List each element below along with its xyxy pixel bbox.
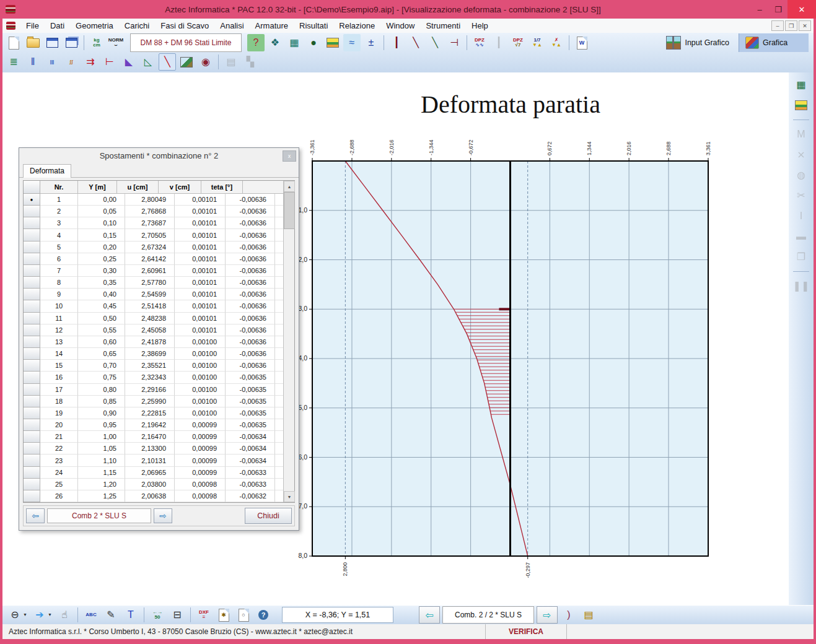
menu-geometria[interactable]: Geometria [70, 20, 119, 32]
menu-risultati[interactable]: Risultati [294, 20, 333, 32]
load-diagram-icon[interactable]: ⇉ [82, 53, 99, 71]
deformata-icon[interactable]: ╲ [159, 53, 176, 71]
font-icon[interactable]: ABC [82, 606, 100, 624]
sheet-pile-icon[interactable]: ||| [43, 53, 61, 71]
row-selector[interactable] [24, 265, 40, 277]
table-row[interactable]: 241,152,069650,00099-0,00633 [24, 467, 294, 479]
row-selector[interactable] [24, 336, 40, 348]
brush-icon[interactable]: ✎ [102, 606, 120, 624]
ibeam-icon[interactable]: ‖ [24, 53, 42, 71]
table-row[interactable]: 120,552,450580,00101-0,00636 [24, 324, 294, 336]
soil-layers-icon[interactable] [324, 34, 341, 51]
row-selector[interactable] [24, 217, 40, 229]
table-row[interactable]: 110,502,482380,00101-0,00636 [24, 313, 294, 324]
window-cascade-icon[interactable] [63, 34, 80, 51]
phases-icon[interactable]: ❖ [266, 34, 284, 51]
water-table-icon[interactable]: ≈ [343, 34, 361, 51]
dialog-title-bar[interactable]: Spostamenti * combinazione n° 2 x [19, 148, 299, 163]
row-selector[interactable] [24, 490, 40, 502]
table-row[interactable]: 211,002,164700,00099-0,00634 [24, 431, 294, 443]
row-selector[interactable] [24, 455, 40, 466]
table-scrollbar[interactable]: ▲ ▼ [283, 181, 294, 502]
pile-tieback-icon[interactable]: ╲ [407, 34, 424, 51]
print-preview-icon[interactable]: ○ [235, 606, 252, 624]
table-row[interactable]: 170,802,291660,00100-0,00635 [24, 384, 294, 396]
table-row[interactable]: 100,452,514180,00101-0,00636 [24, 300, 294, 312]
new-document-icon[interactable] [5, 34, 22, 51]
window-icon[interactable] [43, 34, 61, 51]
mdi-minimize-button[interactable]: – [771, 20, 784, 31]
combination-combo-bottom[interactable]: Comb. 2 / 2 * SLU S [442, 606, 534, 624]
menu-carichi[interactable]: Carichi [119, 20, 155, 32]
menu-analisi[interactable]: Analisi [214, 20, 249, 32]
prev-combination-button-bottom[interactable]: ⇦ [419, 606, 440, 624]
menu-window[interactable]: Window [380, 20, 420, 32]
result-table-icon[interactable]: ▦ [792, 76, 810, 94]
table-row[interactable]: 150,702,355210,00100-0,00636 [24, 360, 294, 372]
table-row[interactable]: 70,302,609610,00101-0,00636 [24, 265, 294, 277]
row-selector[interactable] [24, 396, 40, 407]
table-row[interactable]: 190,902,228150,00100-0,00635 [24, 407, 294, 419]
row-selector[interactable] [24, 360, 40, 372]
hand-icon[interactable]: ☝ [56, 606, 73, 624]
anchor-section-icon[interactable]: ⊢ [101, 53, 118, 71]
word-report-icon[interactable]: W [573, 34, 590, 51]
table-row[interactable]: 40,152,705050,00101-0,00636 [24, 229, 294, 241]
moment-diagram-icon[interactable]: ◣ [120, 53, 138, 71]
shear-diagram-icon[interactable]: ◺ [139, 53, 157, 71]
row-selector[interactable] [24, 324, 40, 336]
wall-query-icon[interactable]: ? [247, 34, 265, 51]
help-icon[interactable]: ? [255, 606, 272, 624]
table-row[interactable]: 130,602,418780,00100-0,00636 [24, 336, 294, 348]
norm-book-icon[interactable]: NORM⌣ [107, 34, 125, 51]
wall-dimensions-icon[interactable]: ≣ [5, 53, 22, 71]
dialog-close-icon[interactable]: x [283, 150, 296, 162]
pile-tieback-soil-icon[interactable]: ╲ [426, 34, 444, 51]
prev-combination-button[interactable]: ⇦ [26, 508, 45, 523]
tab-deformata[interactable]: Deformata [23, 164, 71, 178]
row-selector[interactable] [24, 206, 40, 217]
row-selector[interactable] [24, 242, 40, 253]
maximize-button[interactable]: ❒ [769, 2, 787, 16]
row-selector[interactable] [24, 348, 40, 360]
row-selector[interactable] [24, 419, 40, 431]
row-selector[interactable] [24, 443, 40, 455]
anchors-icon[interactable]: ʃʃ [63, 53, 80, 71]
soil-sphere-icon[interactable]: ● [305, 34, 322, 51]
table-row[interactable]: 80,352,577800,00101-0,00636 [24, 277, 294, 289]
table-row[interactable]: 60,252,641420,00101-0,00636 [24, 253, 294, 265]
table-row[interactable]: 160,752,323430,00100-0,00635 [24, 372, 294, 383]
dropdown-caret-icon[interactable]: ▼ [23, 612, 27, 617]
norm-selector[interactable]: DM 88 + DM 96 Stati Limite [130, 33, 242, 52]
table-row[interactable]: 50,202,673240,00101-0,00636 [24, 242, 294, 253]
row-selector[interactable] [24, 289, 40, 300]
table-row[interactable]: 30,102,736870,00101-0,00636 [24, 217, 294, 229]
menu-armature[interactable]: Armature [250, 20, 294, 32]
dxf-export-icon[interactable]: DXF≡ [195, 606, 213, 624]
row-selector[interactable] [24, 384, 40, 396]
brick-wall-icon[interactable]: ▦ [286, 34, 303, 51]
row-selector[interactable] [24, 300, 40, 312]
zoom-out-icon[interactable]: ⊖▼ [6, 606, 24, 624]
combination-combo[interactable]: Comb 2 * SLU S [47, 508, 151, 523]
menu-dati[interactable]: Dati [45, 20, 70, 32]
mdi-close-button[interactable]: ✕ [799, 20, 811, 31]
table-row[interactable]: 200,952,196420,00099-0,00635 [24, 419, 294, 431]
scroll-up-icon[interactable]: ▲ [284, 181, 295, 192]
input-grafico-button[interactable]: Input Grafico [660, 33, 735, 52]
pan-arrow-icon[interactable]: ➔▼ [31, 606, 48, 624]
table-row[interactable]: 221,052,133000,00099-0,00634 [24, 443, 294, 455]
pile-section-icon[interactable]: ◉ [197, 53, 214, 71]
ruler-icon[interactable]: ⊟ [169, 606, 186, 624]
menu-relazione[interactable]: Relazione [333, 20, 380, 32]
hourglass-x-icon[interactable]: ✗▼▲ [548, 34, 565, 51]
hourglass-17-icon[interactable]: 1/7▼▲ [529, 34, 546, 51]
row-selector[interactable] [24, 253, 40, 265]
menu-file[interactable]: File [20, 20, 45, 32]
table-row[interactable]: 231,102,101310,00099-0,00634 [24, 455, 294, 466]
pile-strut-icon[interactable]: ⊣ [445, 34, 463, 51]
row-selector[interactable] [24, 372, 40, 383]
row-selector[interactable] [24, 467, 40, 479]
row-selector[interactable]: ● [24, 194, 40, 206]
dropdown-caret-icon[interactable]: ▼ [48, 612, 52, 617]
